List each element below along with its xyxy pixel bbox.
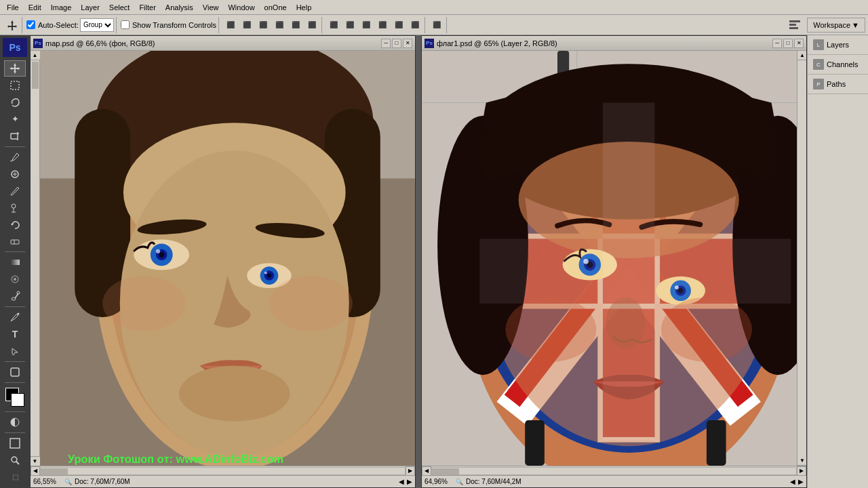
- doc1-nav-next[interactable]: ▶: [407, 478, 412, 485]
- align-vcenter-btn[interactable]: ⬛: [239, 18, 254, 33]
- paths-label: Paths: [827, 80, 846, 88]
- layers-icon: L: [813, 39, 824, 50]
- doc2-maximize-btn[interactable]: □: [783, 39, 793, 48]
- menu-filter[interactable]: Filter: [135, 2, 159, 13]
- doc1-vscroll-up[interactable]: ▲: [31, 51, 40, 60]
- shape-tool[interactable]: [4, 364, 26, 380]
- extras-btn[interactable]: ⬛: [429, 18, 444, 33]
- doc2-content: [422, 51, 797, 466]
- lasso-tool[interactable]: [4, 94, 26, 110]
- dist-left-btn[interactable]: ⬛: [375, 18, 390, 33]
- menu-view[interactable]: View: [199, 2, 223, 13]
- dist-hcenter-btn[interactable]: ⬛: [391, 18, 406, 33]
- menu-help[interactable]: Help: [292, 2, 316, 13]
- right-panels: L Layers C Channels P Paths: [807, 35, 868, 488]
- quick-mask-btn[interactable]: [4, 414, 26, 430]
- doc2-minimize-btn[interactable]: ─: [772, 39, 782, 48]
- dist-top-btn[interactable]: ⬛: [326, 18, 341, 33]
- doc2-nav-next[interactable]: ▶: [798, 478, 804, 485]
- dist-right-btn[interactable]: ⬛: [408, 18, 422, 33]
- doc1-hscroll-track[interactable]: [40, 467, 406, 475]
- auto-select-dropdown[interactable]: Group: [80, 18, 114, 32]
- menu-bar: File Edit Image Layer Select Filter Anal…: [0, 0, 868, 15]
- workspace-button[interactable]: Workspace ▼: [807, 18, 865, 33]
- marquee-tool[interactable]: [4, 77, 26, 94]
- menu-edit[interactable]: Edit: [24, 2, 45, 13]
- menu-window[interactable]: Window: [224, 2, 258, 13]
- doc1-hscroll-left[interactable]: ◀: [31, 466, 40, 476]
- dodge-tool[interactable]: [4, 288, 26, 304]
- doc2-controls: ─ □ ✕: [772, 39, 804, 48]
- doc1-minimize-btn[interactable]: ─: [381, 39, 391, 48]
- doc2-nav-prev[interactable]: ◀: [790, 478, 795, 485]
- dist-vcenter-btn[interactable]: ⬛: [342, 18, 357, 33]
- doc1-statusbar: 66,55% 🔍 Doc: 7,60M/7,60M ◀ ▶: [31, 475, 415, 487]
- pen-tool[interactable]: [4, 309, 26, 325]
- doc1-hscroll[interactable]: ◀ ▶: [31, 466, 415, 475]
- menu-file[interactable]: File: [3, 2, 23, 13]
- transform-group: Show Transform Controls: [119, 17, 219, 33]
- clone-stamp-tool[interactable]: [4, 200, 26, 216]
- selection-tool[interactable]: [4, 343, 26, 359]
- svg-rect-5: [11, 81, 19, 89]
- align-bottom-btn[interactable]: ⬛: [256, 18, 271, 33]
- doc2-close-btn[interactable]: ✕: [794, 39, 804, 48]
- transform-checkbox[interactable]: [121, 20, 130, 29]
- doc2-ps-icon: Ps: [425, 39, 434, 48]
- move-tool[interactable]: [4, 60, 26, 77]
- svg-marker-4: [9, 63, 20, 74]
- panel-tab-channels[interactable]: C Channels: [808, 55, 868, 75]
- gradient-tool[interactable]: [4, 254, 26, 270]
- eyedropper-tool[interactable]: [4, 149, 26, 165]
- extras-tool[interactable]: ⬚: [4, 469, 26, 485]
- align-right-btn[interactable]: ⬛: [304, 18, 319, 33]
- dist-bottom-btn[interactable]: ⬛: [359, 18, 374, 33]
- doc1-nav-prev[interactable]: ◀: [399, 478, 404, 485]
- doc2-vscroll-down[interactable]: ▼: [797, 456, 806, 466]
- doc2-vscroll-up[interactable]: ▲: [797, 51, 806, 60]
- crop-tool[interactable]: [4, 128, 26, 144]
- menu-analysis[interactable]: Analysis: [161, 2, 197, 13]
- transform-label: Show Transform Controls: [132, 21, 216, 29]
- eraser-tool[interactable]: [4, 233, 26, 249]
- workspace-icon-btn[interactable]: [785, 18, 804, 33]
- doc2-zoom-icon[interactable]: 🔍: [456, 479, 463, 485]
- svg-point-46: [159, 252, 164, 258]
- auto-select-checkbox[interactable]: [26, 20, 35, 29]
- healing-brush-tool[interactable]: [4, 166, 26, 182]
- doc1-zoom-icon[interactable]: 🔍: [64, 479, 72, 485]
- blur-tool[interactable]: [4, 271, 26, 287]
- doc1-hscroll-right[interactable]: ▶: [406, 466, 415, 476]
- doc1-vscroll[interactable]: ▲ ▼: [31, 51, 40, 466]
- brush-tool[interactable]: [4, 183, 26, 199]
- doc2-canvas: [422, 51, 797, 466]
- text-tool[interactable]: T: [4, 326, 26, 342]
- panel-tab-layers[interactable]: L Layers: [808, 35, 868, 55]
- doc2-hscroll-right[interactable]: ▶: [797, 466, 806, 476]
- color-swatch[interactable]: [5, 388, 24, 407]
- svg-point-55: [269, 276, 353, 331]
- doc1-maximize-btn[interactable]: □: [392, 39, 401, 48]
- align-top-btn[interactable]: ⬛: [223, 18, 238, 33]
- doc2-titlebar: Ps флаг1.psd @ 65% (Layer 2, RGB/8) ─ □ …: [422, 36, 806, 51]
- menu-layer[interactable]: Layer: [77, 2, 104, 13]
- zoom-tool[interactable]: [4, 452, 26, 468]
- doc2-hscroll[interactable]: ◀ ▶: [422, 466, 806, 475]
- menu-image[interactable]: Image: [47, 2, 76, 13]
- doc1-vscroll-down[interactable]: ▼: [31, 456, 40, 466]
- menu-onone[interactable]: onOne: [260, 2, 291, 13]
- foreground-color[interactable]: [11, 393, 24, 407]
- panel-tab-paths[interactable]: P Paths: [808, 75, 868, 94]
- magic-wand-tool[interactable]: ✦: [4, 111, 26, 127]
- screen-mode-btn[interactable]: [4, 435, 26, 451]
- doc1-close-btn[interactable]: ✕: [403, 39, 412, 48]
- align-left-btn[interactable]: ⬛: [272, 18, 287, 33]
- move-tool-btn[interactable]: [5, 18, 20, 33]
- doc2-hscroll-left[interactable]: ◀: [422, 466, 431, 476]
- menu-select[interactable]: Select: [105, 2, 134, 13]
- tool-options: [3, 17, 22, 33]
- history-brush-tool[interactable]: [4, 217, 26, 233]
- doc2-hscroll-track[interactable]: [431, 467, 797, 475]
- doc2-vscroll[interactable]: ▲ ▼: [797, 51, 806, 466]
- align-hcenter-btn[interactable]: ⬛: [288, 18, 303, 33]
